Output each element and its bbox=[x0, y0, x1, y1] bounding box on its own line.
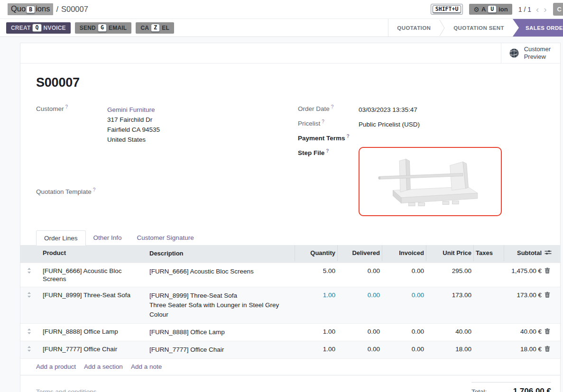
create-invoice-text2: NVOICE bbox=[44, 25, 66, 31]
step-file-label: Step File? bbox=[298, 149, 359, 156]
send-email-text2: EMAIL bbox=[109, 25, 127, 31]
breadcrumb-quotations-text: Quo bbox=[11, 4, 26, 13]
cell-quantity[interactable]: 1.00 bbox=[295, 341, 337, 357]
drag-handle-icon bbox=[27, 328, 31, 334]
optional-columns-button[interactable] bbox=[544, 245, 560, 262]
cell-product[interactable]: [FURN_7777] Office Chair bbox=[35, 341, 147, 357]
create-button-clipped[interactable]: C bbox=[553, 3, 563, 16]
pager-previous-button[interactable]: ‹ bbox=[536, 5, 539, 14]
cell-invoiced[interactable]: 0.00 bbox=[382, 287, 426, 303]
pricelist-field[interactable]: Public Pricelist (USD) bbox=[359, 119, 551, 129]
cancel-button[interactable]: CAZEL bbox=[136, 22, 174, 34]
action-buttons: CREATQNVOICE SENDGEMAIL CAZEL bbox=[0, 19, 174, 36]
top-navbar: QuoBions / S00007 SHIFT+U ⚙ AUion 1 / 1 … bbox=[0, 0, 563, 19]
cancel-text: CA bbox=[140, 25, 149, 31]
row-delete-button[interactable] bbox=[544, 324, 560, 340]
help-marker: ? bbox=[331, 104, 334, 109]
row-drag-handle[interactable] bbox=[20, 287, 35, 301]
cell-invoiced[interactable]: 0.00 bbox=[382, 341, 426, 357]
cell-quantity[interactable]: 1.00 bbox=[295, 324, 337, 339]
cell-delivered[interactable]: 0.00 bbox=[337, 341, 382, 357]
breadcrumb-current: S00007 bbox=[61, 5, 88, 14]
tab-other-info[interactable]: Other Info bbox=[86, 230, 129, 245]
cell-unit-price[interactable]: 18.00 bbox=[426, 341, 473, 357]
row-drag-handle[interactable] bbox=[20, 324, 35, 338]
cell-product[interactable]: [FURN_8999] Three-Seat Sofa bbox=[35, 287, 147, 303]
cell-invoiced[interactable]: 0.00 bbox=[382, 324, 426, 339]
customer-address-line: Fairfield CA 94535 bbox=[107, 125, 298, 135]
tab-order-lines[interactable]: Order Lines bbox=[36, 230, 86, 246]
cell-taxes[interactable] bbox=[473, 263, 504, 271]
cell-unit-price[interactable]: 173.00 bbox=[426, 287, 473, 303]
total-block: Total: 1,706.00 € bbox=[471, 382, 551, 392]
customer-link[interactable]: Gemini Furniture bbox=[107, 106, 155, 113]
notebook-tabs: Order Lines Other Info Customer Signatur… bbox=[20, 230, 560, 245]
order-date-field[interactable]: 03/03/2023 13:35:47 bbox=[359, 105, 551, 115]
breadcrumb-separator: / bbox=[56, 5, 58, 14]
row-delete-button[interactable] bbox=[544, 263, 560, 279]
quotation-template-field[interactable] bbox=[107, 188, 298, 198]
control-bar: CREATQNVOICE SENDGEMAIL CAZEL QUOTATION … bbox=[0, 19, 563, 37]
pager: 1 / 1 ‹ › bbox=[518, 5, 547, 14]
row-delete-button[interactable] bbox=[544, 341, 560, 357]
add-a-note-link[interactable]: Add a note bbox=[131, 363, 162, 370]
customer-field: Gemini Furniture 317 Fairchild Dr Fairfi… bbox=[107, 105, 298, 145]
help-marker: ? bbox=[347, 134, 350, 139]
create-button-text: C bbox=[557, 6, 562, 13]
payment-terms-field[interactable] bbox=[359, 134, 551, 144]
accesskey-badge-q: Q bbox=[32, 24, 41, 32]
cell-description[interactable]: [FURN_7777] Office Chair bbox=[147, 341, 295, 358]
cell-quantity[interactable]: 1.00 bbox=[295, 287, 337, 303]
cell-quantity[interactable]: 5.00 bbox=[295, 263, 337, 279]
breadcrumb-quotations[interactable]: QuoBions bbox=[8, 3, 53, 15]
sheet: CustomerPreview S00007 Customer? Gemini … bbox=[20, 43, 561, 392]
accesskey-badge-u: U bbox=[488, 5, 497, 13]
status-step-quotation-sent[interactable]: QUOTATION SENT bbox=[445, 19, 513, 36]
cell-taxes[interactable] bbox=[473, 324, 504, 331]
drag-handle-icon bbox=[27, 346, 31, 352]
cell-invoiced[interactable]: 0.00 bbox=[382, 263, 426, 279]
cell-description[interactable]: [FURN_6666] Acoustic Bloc Screens bbox=[147, 263, 295, 280]
total-label: Total: bbox=[471, 388, 487, 392]
cell-delivered[interactable]: 0.00 bbox=[337, 263, 382, 279]
help-marker: ? bbox=[65, 104, 68, 109]
pager-count: 1 / 1 bbox=[518, 6, 531, 13]
cell-delivered[interactable]: 0.00 bbox=[337, 287, 382, 303]
sliders-icon bbox=[545, 249, 552, 255]
create-invoice-button[interactable]: CREATQNVOICE bbox=[6, 22, 71, 34]
cell-description[interactable]: [FURN_8999] Three-Seat SofaThree Seater … bbox=[147, 287, 295, 323]
cell-description[interactable]: [FURN_8888] Office Lamp bbox=[147, 324, 295, 341]
column-header-quantity: Quantity bbox=[295, 245, 337, 261]
total-value: 1,706.00 € bbox=[513, 387, 551, 392]
status-step-quotation[interactable]: QUOTATION bbox=[388, 19, 439, 36]
row-drag-handle[interactable] bbox=[20, 341, 35, 356]
row-drag-handle[interactable] bbox=[20, 263, 35, 277]
terms-placeholder[interactable]: Terms and conditions... bbox=[36, 388, 102, 392]
column-header-product: Product bbox=[35, 245, 147, 261]
cell-taxes[interactable] bbox=[473, 341, 504, 349]
send-email-button[interactable]: SENDGEMAIL bbox=[75, 22, 132, 34]
tab-customer-signature[interactable]: Customer Signature bbox=[129, 230, 202, 245]
customer-preview-button[interactable]: CustomerPreview bbox=[501, 43, 560, 63]
cell-taxes[interactable] bbox=[473, 287, 504, 295]
add-a-product-link[interactable]: Add a product bbox=[36, 363, 76, 370]
drag-handle-icon bbox=[27, 268, 31, 273]
add-a-section-link[interactable]: Add a section bbox=[84, 363, 123, 370]
column-header-unit-price: Unit Price bbox=[426, 245, 473, 261]
field-column-left: Customer? Gemini Furniture 317 Fairchild… bbox=[36, 105, 298, 216]
cell-product[interactable]: [FURN_6666] Acoustic Bloc Screens bbox=[35, 263, 147, 287]
cell-unit-price[interactable]: 40.00 bbox=[426, 324, 473, 339]
cell-unit-price[interactable]: 295.00 bbox=[426, 263, 473, 279]
cell-product[interactable]: [FURN_8888] Office Lamp bbox=[35, 324, 147, 339]
trash-icon bbox=[545, 328, 550, 334]
field-column-right: Order Date? 03/03/2023 13:35:47 Pricelis… bbox=[298, 105, 551, 216]
action-menu-button[interactable]: ⚙ AUion bbox=[469, 4, 512, 15]
status-step-sales-order[interactable]: SALES ORDER bbox=[513, 19, 563, 36]
trash-icon bbox=[545, 346, 550, 352]
cell-delivered[interactable]: 0.00 bbox=[337, 324, 382, 339]
row-delete-button[interactable] bbox=[544, 287, 560, 303]
pager-next-button[interactable]: › bbox=[544, 5, 546, 14]
quotation-template-label: Quotation Template? bbox=[36, 188, 107, 195]
action-label-pre: A bbox=[481, 6, 486, 13]
send-email-text: SEND bbox=[80, 25, 96, 31]
